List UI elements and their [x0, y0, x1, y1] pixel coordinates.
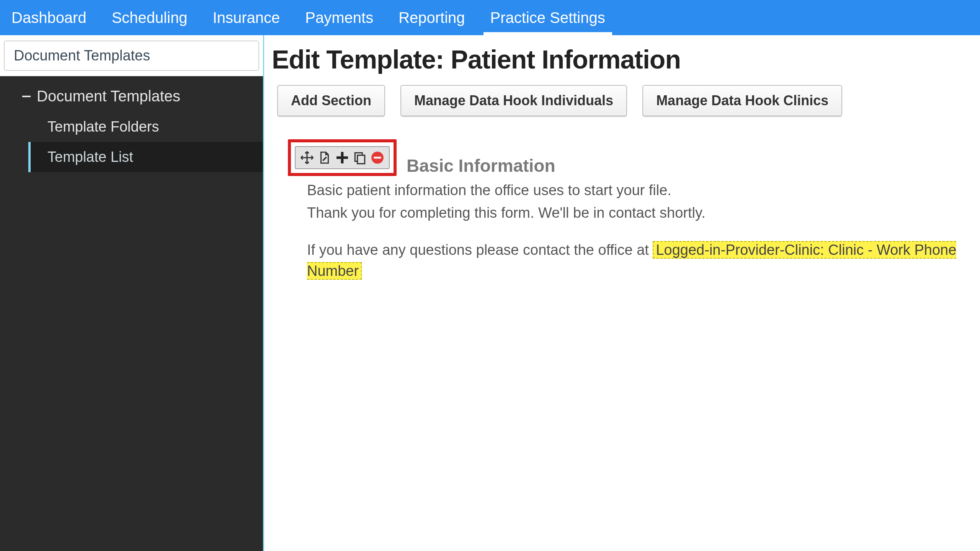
sidebar-tree: Document Templates Template Folders Temp…: [0, 76, 263, 551]
section-body: Basic patient information the office use…: [307, 180, 972, 282]
minus-circle-icon[interactable]: [369, 149, 386, 166]
section-basic-information: Basic Information Basic patient informat…: [288, 139, 972, 282]
sidebar-item-template-folders[interactable]: Template Folders: [0, 112, 263, 142]
section-line-3: If you have any questions please contact…: [307, 240, 972, 282]
nav-dashboard[interactable]: Dashboard: [5, 0, 93, 35]
page-title: Edit Template: Patient Information: [272, 44, 972, 74]
section-toolbar-highlight: [288, 139, 397, 176]
main-content: Edit Template: Patient Information Add S…: [264, 35, 980, 551]
nav-reporting[interactable]: Reporting: [392, 0, 472, 35]
action-button-row: Add Section Manage Data Hook Individuals…: [277, 85, 972, 116]
nav-scheduling[interactable]: Scheduling: [105, 0, 194, 35]
nav-payments[interactable]: Payments: [298, 0, 380, 35]
svg-rect-3: [358, 155, 365, 164]
add-section-button[interactable]: Add Section: [277, 85, 385, 116]
top-nav: Dashboard Scheduling Insurance Payments …: [0, 0, 980, 35]
sidebar-group-label: Document Templates: [37, 88, 180, 105]
plus-icon[interactable]: [334, 149, 351, 166]
sidebar-group-document-templates[interactable]: Document Templates: [0, 81, 263, 112]
sidebar-item-template-list[interactable]: Template List: [28, 142, 263, 172]
manage-individuals-button[interactable]: Manage Data Hook Individuals: [400, 85, 627, 116]
page-edit-icon[interactable]: [316, 149, 333, 166]
collapse-icon: [22, 96, 31, 97]
manage-clinics-button[interactable]: Manage Data Hook Clinics: [642, 85, 842, 116]
sidebar: Document Templates Document Templates Te…: [0, 35, 264, 551]
svg-rect-1: [336, 156, 348, 159]
section-line-3-prefix: If you have any questions please contact…: [307, 242, 653, 258]
svg-rect-5: [374, 157, 381, 159]
nav-insurance[interactable]: Insurance: [206, 0, 287, 35]
move-icon[interactable]: [299, 149, 315, 166]
nav-practice-settings[interactable]: Practice Settings: [483, 0, 612, 35]
sidebar-header-wrap: Document Templates: [0, 35, 263, 76]
section-title: Basic Information: [407, 155, 555, 176]
copy-icon[interactable]: [351, 149, 368, 166]
section-toolbar: [295, 146, 390, 169]
sidebar-header[interactable]: Document Templates: [4, 41, 259, 71]
section-line-2: Thank you for completing this form. We'l…: [307, 202, 972, 223]
section-line-1: Basic patient information the office use…: [307, 180, 972, 201]
